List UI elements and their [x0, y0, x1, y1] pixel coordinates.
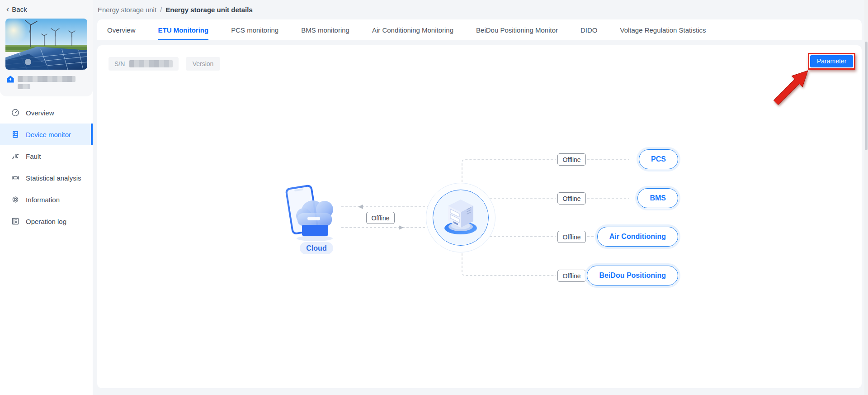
- sidebar-item-device-monitor[interactable]: Device monitor: [0, 124, 93, 145]
- tab-beidou-positioning-monitor[interactable]: BeiDou Positioning Monitor: [476, 19, 558, 40]
- main-area: Energy storage unit / Energy storage uni…: [93, 0, 868, 395]
- tab-overview[interactable]: Overview: [107, 19, 136, 40]
- breadcrumb-current: Energy storage unit details: [165, 6, 253, 14]
- device-monitor-icon: [11, 130, 19, 138]
- cloud-node-label: Cloud: [300, 242, 333, 254]
- sidebar: ‹ Back: [0, 0, 93, 395]
- home-icon: [6, 75, 14, 83]
- etu-hub-ring: [433, 190, 489, 246]
- gear-icon: [11, 195, 19, 204]
- app-root: ‹ Back: [0, 0, 868, 395]
- sidebar-item-statistical-analysis[interactable]: Statistical analysis: [0, 167, 93, 189]
- tab-etu-monitoring[interactable]: ETU Monitoring: [158, 19, 209, 40]
- node-air-conditioning[interactable]: Air Conditioning: [597, 227, 678, 247]
- sidebar-item-information[interactable]: Information: [0, 189, 93, 210]
- node-bms[interactable]: BMS: [637, 188, 678, 208]
- gauge-icon: [11, 109, 19, 117]
- cloud-device-icon: [285, 182, 342, 244]
- sidebar-menu: Overview Device monitor Fault Statistica…: [0, 102, 93, 232]
- beidou-positioning-status-badge: Offline: [557, 270, 586, 282]
- log-icon: [11, 217, 19, 225]
- station-photo: [5, 19, 87, 70]
- tab-pcs-monitoring[interactable]: PCS monitoring: [231, 19, 278, 40]
- station-name-redacted: [18, 75, 75, 89]
- sidebar-item-fault[interactable]: Fault: [0, 145, 93, 167]
- arrow-left-icon: [358, 205, 363, 209]
- arrow-right-icon: [399, 225, 404, 230]
- pcs-status-badge: Offline: [557, 153, 586, 166]
- back-chevron-icon: ‹: [6, 6, 9, 12]
- air-conditioning-status-badge: Offline: [557, 231, 586, 243]
- breadcrumb-separator: /: [160, 6, 162, 14]
- scrollbar-thumb[interactable]: [865, 42, 868, 150]
- wrench-icon: [11, 152, 19, 160]
- scrollbar-track: [864, 0, 868, 395]
- breadcrumb: Energy storage unit / Energy storage uni…: [93, 0, 868, 19]
- etu-monitoring-panel: S/N Version Parameter: [97, 45, 862, 388]
- back-button[interactable]: ‹ Back: [0, 0, 93, 18]
- sidebar-item-operation-log[interactable]: Operation log: [0, 210, 93, 232]
- etu-hub-node: [426, 183, 495, 252]
- station-name-block: [0, 70, 93, 89]
- cloud-link-status-badge: Offline: [366, 212, 395, 224]
- node-pcs[interactable]: PCS: [639, 149, 678, 169]
- bar-chart-icon: [11, 174, 19, 182]
- tab-bar: Overview ETU Monitoring PCS monitoring B…: [97, 19, 862, 40]
- tab-voltage-regulation-statistics[interactable]: Voltage Regulation Statistics: [620, 19, 706, 40]
- sidebar-header: ‹ Back: [0, 0, 93, 96]
- sidebar-item-overview[interactable]: Overview: [0, 102, 93, 124]
- server-icon: [442, 198, 480, 238]
- tab-air-conditioning-monitoring[interactable]: Air Conditioning Monitoring: [372, 19, 453, 40]
- node-beidou-positioning[interactable]: BeiDou Positioning: [587, 266, 678, 286]
- tab-bms-monitoring[interactable]: BMS monitoring: [301, 19, 349, 40]
- bms-status-badge: Offline: [557, 192, 586, 205]
- breadcrumb-parent[interactable]: Energy storage unit: [98, 6, 156, 14]
- tab-dido[interactable]: DIDO: [580, 19, 598, 40]
- back-label: Back: [12, 5, 27, 13]
